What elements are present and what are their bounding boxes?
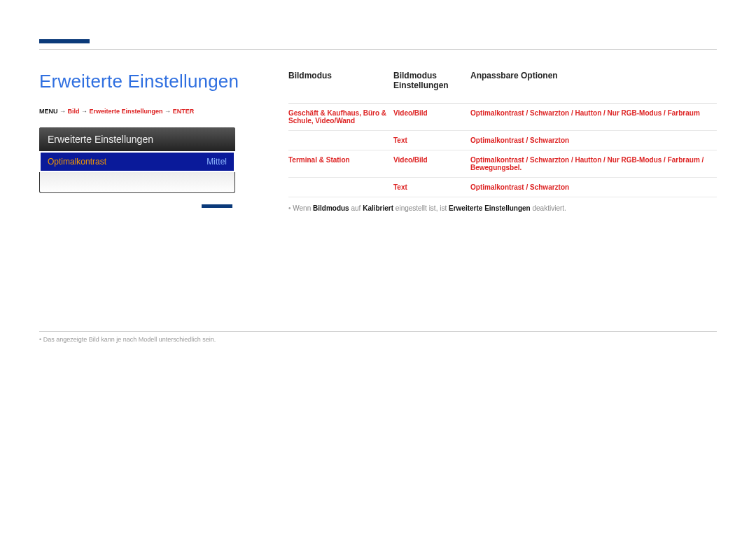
table-header-col3: Anpassbare Optionen [470,71,717,104]
preview-row-value: Mittel [206,157,227,167]
table-header-col1: Bildmodus [288,71,393,104]
page-title: Erweiterte Einstellungen [39,71,263,92]
breadcrumb-prefix: MENU [39,108,58,115]
note-pre: Wenn [293,204,313,212]
table-cell: Text [393,178,470,197]
footer-note: Das angezeigte Bild kann je nach Modell … [39,336,717,343]
table-cell [288,178,393,197]
table-header-col2: Bildmodus Einstellungen [393,71,470,104]
note-mid1: auf [351,204,363,212]
options-table: Bildmodus Bildmodus Einstellungen Anpass… [288,71,717,197]
table-cell: Optimalkontrast / Schwarzton [470,178,717,197]
table-cell: Terminal & Station [288,150,393,178]
table-cell: Optimalkontrast / Schwarzton / Hautton /… [470,104,717,131]
breadcrumb-seg3: ENTER [173,108,195,115]
horizontal-rule-footer [39,331,717,332]
right-column: Bildmodus Bildmodus Einstellungen Anpass… [288,71,717,212]
table-cell: Text [393,131,470,150]
table-row: Text Optimalkontrast / Schwarzton [288,131,717,150]
preview-selected-row[interactable]: Optimalkontrast Mittel [39,151,235,172]
horizontal-rule-top [39,49,717,50]
table-cell: Video/Bild [393,150,470,178]
preview-row-label: Optimalkontrast [48,157,106,167]
breadcrumb: MENU → Bild → Erweiterte Einstellungen →… [39,108,263,115]
top-accent-bar [39,39,90,43]
note-line: Wenn Bildmodus auf Kalibriert eingestell… [288,204,717,212]
breadcrumb-seg2: Erweiterte Einstellungen [90,108,163,115]
table-row: Text Optimalkontrast / Schwarzton [288,178,717,197]
table-row: Geschäft & Kaufhaus, Büro & Schule, Vide… [288,104,717,131]
note-k2: Kalibriert [363,204,393,212]
breadcrumb-arrow: → [59,108,66,115]
table-cell: Optimalkontrast / Schwarzton / Hautton /… [470,150,717,178]
note-mid2: eingestellt ist, ist [396,204,449,212]
table-cell: Video/Bild [393,104,470,131]
table-cell [288,131,393,150]
left-column: Erweiterte Einstellungen MENU → Bild → E… [39,71,263,212]
preview-panel: Erweiterte Einstellungen Optimalkontrast… [39,127,235,193]
breadcrumb-arrow: → [81,108,88,115]
note-post: deaktiviert. [532,204,566,212]
table-row: Terminal & Station Video/Bild Optimalkon… [288,150,717,178]
note-k1: Bildmodus [313,204,349,212]
small-accent-bar [202,204,232,208]
table-cell: Geschäft & Kaufhaus, Büro & Schule, Vide… [288,104,393,131]
table-cell: Optimalkontrast / Schwarzton [470,131,717,150]
preview-title: Erweiterte Einstellungen [39,127,235,151]
preview-fade [39,172,235,193]
breadcrumb-seg1: Bild [68,108,80,115]
breadcrumb-arrow: → [164,108,171,115]
note-k3: Erweiterte Einstellungen [449,204,531,212]
